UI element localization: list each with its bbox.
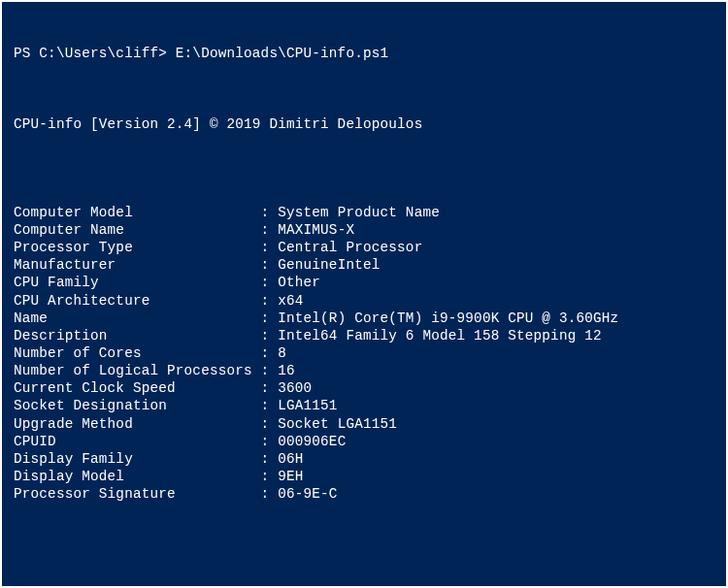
row-value: Intel64 Family 6 Model 158 Stepping 12 — [278, 327, 602, 344]
row-colon: : — [261, 344, 279, 362]
row-label: Socket Designation — [14, 397, 261, 414]
row-colon: : — [261, 274, 279, 291]
row-label: Manufacturer — [14, 256, 261, 274]
row-colon: : — [261, 327, 279, 344]
output-row: CPUID : 000906EC — [14, 433, 714, 450]
row-colon: : — [261, 450, 279, 468]
row-label: Number of Cores — [14, 344, 261, 362]
output-row: Name : Intel(R) Core(TM) i9-9900K CPU @ … — [14, 310, 714, 327]
output-row: Upgrade Method : Socket LGA1151 — [14, 415, 714, 433]
row-label: Number of Logical Processors — [14, 362, 261, 379]
output-row: Description : Intel64 Family 6 Model 158… — [14, 327, 714, 344]
row-colon: : — [261, 433, 279, 450]
row-value: 8 — [278, 344, 286, 362]
row-label: Current Clock Speed — [14, 379, 261, 397]
output-row: CPU Architecture : x64 — [14, 292, 714, 310]
row-value: 3600 — [278, 379, 312, 397]
row-label: Description — [14, 327, 261, 344]
row-label: CPU Architecture — [14, 292, 261, 310]
section-gap — [14, 539, 714, 556]
row-colon: : — [261, 362, 279, 379]
row-value: Central Processor — [278, 239, 422, 256]
row-value: Other — [278, 274, 320, 291]
row-label: Display Family — [14, 450, 261, 468]
row-value: 06H — [278, 450, 303, 468]
row-colon: : — [261, 204, 279, 221]
output-row: Number of Logical Processors : 16 — [14, 362, 714, 379]
row-label: CPU Family — [14, 274, 261, 291]
row-colon: : — [261, 310, 279, 327]
row-value: Intel(R) Core(TM) i9-9900K CPU @ 3.60GHz — [278, 310, 618, 327]
row-label: Name — [14, 310, 261, 327]
row-value: 9EH — [278, 468, 303, 485]
row-label: Processor Signature — [14, 485, 261, 503]
output-row: Number of Cores : 8 — [14, 344, 714, 362]
row-colon: : — [261, 239, 279, 256]
prompt-command: E:\Downloads\CPU-info.ps1 — [176, 46, 389, 61]
prompt-line: PS C:\Users\cliff> E:\Downloads\CPU-info… — [14, 45, 714, 62]
row-value: GenuineIntel — [278, 256, 380, 274]
row-colon: : — [261, 221, 279, 239]
script-header: CPU-info [Version 2.4] © 2019 Dimitri De… — [14, 115, 714, 133]
output-row: Processor Signature : 06-9E-C — [14, 485, 714, 503]
row-colon: : — [261, 415, 279, 433]
row-value: System Product Name — [278, 204, 440, 221]
output-section-1: Computer Model : System Product NameComp… — [14, 204, 714, 504]
powershell-terminal[interactable]: PS C:\Users\cliff> E:\Downloads\CPU-info… — [2, 2, 726, 586]
row-value: 06-9E-C — [278, 485, 337, 503]
output-row: Socket Designation : LGA1151 — [14, 397, 714, 414]
output-row: Display Model : 9EH — [14, 468, 714, 485]
row-value: x64 — [278, 292, 303, 310]
output-row: Computer Model : System Product Name — [14, 204, 714, 221]
row-label: Display Model — [14, 468, 261, 485]
output-row: Display Family : 06H — [14, 450, 714, 468]
row-colon: : — [261, 379, 279, 397]
row-label: Computer Name — [14, 221, 261, 239]
row-label: Upgrade Method — [14, 415, 261, 433]
output-row: Current Clock Speed : 3600 — [14, 379, 714, 397]
row-value: 000906EC — [278, 433, 346, 450]
row-label: Processor Type — [14, 239, 261, 256]
row-label: CPUID — [14, 433, 261, 450]
output-row: CPU Family : Other — [14, 274, 714, 291]
row-colon: : — [261, 397, 279, 414]
output-row: Manufacturer : GenuineIntel — [14, 256, 714, 274]
row-value: 16 — [278, 362, 295, 379]
row-value: Socket LGA1151 — [278, 415, 397, 433]
row-value: LGA1151 — [278, 397, 337, 414]
row-colon: : — [261, 468, 279, 485]
row-colon: : — [261, 485, 279, 503]
output-row: Processor Type : Central Processor — [14, 239, 714, 256]
output-row: Computer Name : MAXIMUS-X — [14, 221, 714, 239]
row-colon: : — [261, 256, 279, 274]
row-value: MAXIMUS-X — [278, 221, 354, 239]
row-label: Computer Model — [14, 204, 261, 221]
row-colon: : — [261, 292, 279, 310]
prompt-prefix: PS C:\Users\cliff> — [14, 46, 176, 61]
